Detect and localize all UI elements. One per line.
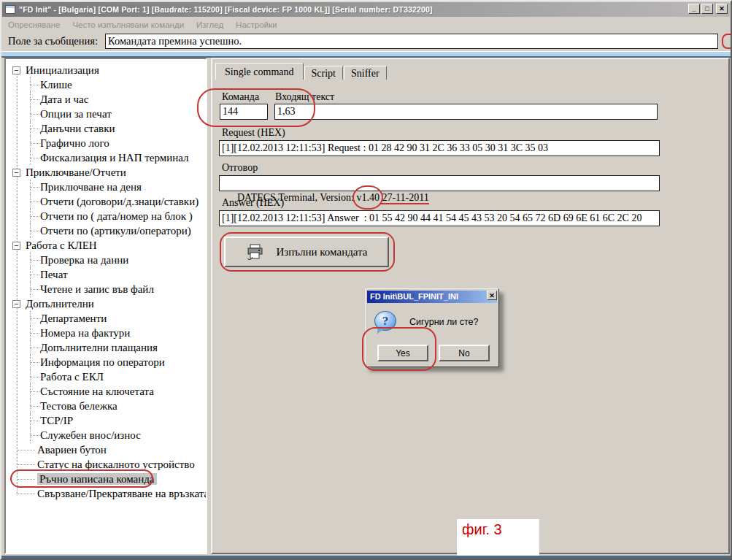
command-label: Команда xyxy=(222,91,259,103)
tree-item-label: Допълнителни плащания xyxy=(40,342,158,353)
tab-script[interactable]: Script xyxy=(304,66,343,80)
tree-collapse-icon[interactable] xyxy=(12,169,20,177)
menu-bar: Опресняване Често изпълнявани команди Из… xyxy=(2,18,730,31)
tree-item-label: Фискализация и НАП терминал xyxy=(40,152,189,164)
tree-item-label: Приключване на деня xyxy=(40,181,142,193)
tree-item-10[interactable]: Отчети (договори/д.знаци/ставки) xyxy=(6,194,206,209)
tree-item-16[interactable]: Четене и запис във файл xyxy=(6,282,206,296)
tree-item-label: Информация по оператори xyxy=(40,356,165,368)
tree-item-19[interactable]: Номера на фактури xyxy=(6,326,206,340)
tree-item-label: Свързване/Прекратяване на връзката xyxy=(37,488,207,499)
tree-item-21[interactable]: Информация по оператори xyxy=(6,355,206,369)
tree-item-1[interactable]: Инициализация xyxy=(6,63,206,77)
tree-item-label: Отчети (договори/д.знаци/ставки) xyxy=(40,196,199,207)
maximize-button[interactable]: □ xyxy=(701,4,713,14)
menu-settings[interactable]: Настройки xyxy=(236,20,277,29)
tree-item-15[interactable]: Печат xyxy=(6,267,206,282)
tree-item-label: Ръчно написана команда xyxy=(37,473,157,485)
tree-collapse-icon[interactable] xyxy=(12,242,20,250)
tree-item-28[interactable]: Статус на фискалното устройство xyxy=(6,457,206,472)
tab-sniffer[interactable]: Sniffer xyxy=(344,66,387,80)
separator-line xyxy=(1,51,731,58)
tree-item-label: Приключване/Отчети xyxy=(26,166,126,178)
tree-item-20[interactable]: Допълнителни плащания xyxy=(6,340,206,355)
tree-item-label: Отчети по (артикули/оператори) xyxy=(40,225,191,237)
tree-item-22[interactable]: Работа с ЕКЛ xyxy=(6,369,206,384)
close-button[interactable]: ✕ xyxy=(716,4,728,14)
tree-item-label: Четене и запис във файл xyxy=(40,283,154,295)
application-window: "FD Init" - [Bulgaria] [COM Port: 1] [Ba… xyxy=(0,0,732,560)
question-icon: ? xyxy=(374,311,396,331)
execute-command-label: Изпълни командата xyxy=(277,246,368,258)
dialog-title-bar: FD Init\BUL_FPINIT_INI xyxy=(367,291,497,303)
confirmation-dialog: FD Init\BUL_FPINIT_INI ✕ ? Сигурни ли ст… xyxy=(365,288,499,367)
dialog-close-button[interactable]: ✕ xyxy=(487,291,497,300)
tree-item-label: Департаменти xyxy=(40,312,107,324)
tree-item-5[interactable]: Данъчни ставки xyxy=(6,121,206,136)
yes-button[interactable]: Yes xyxy=(377,345,428,361)
printer-icon xyxy=(246,244,265,261)
tree-item-8[interactable]: Приключване/Отчети xyxy=(6,165,206,180)
tree-item-29[interactable]: Ръчно написана команда xyxy=(6,472,206,486)
menu-frequent-commands[interactable]: Често изпълнявани команди xyxy=(72,20,184,29)
tree-item-6[interactable]: Графично лого xyxy=(6,136,206,150)
tree-item-24[interactable]: Тестова бележка xyxy=(6,399,206,413)
title-bar: "FD Init" - [Bulgaria] [COM Port: 1] [Ba… xyxy=(2,2,730,17)
tree-item-17[interactable]: Допълнителни xyxy=(6,296,206,311)
app-icon xyxy=(5,5,15,14)
tree-collapse-icon[interactable] xyxy=(12,66,20,74)
tree-item-label: Клише xyxy=(40,79,72,91)
response-label: Отговор xyxy=(222,162,258,174)
tree-item-label: Състояние на ключетата xyxy=(40,386,154,397)
message-field-label: Поле за съобщения: xyxy=(8,35,98,47)
tree-item-2[interactable]: Клише xyxy=(6,77,206,92)
tree-item-label: Тестова бележка xyxy=(40,400,117,412)
tree-item-13[interactable]: Работа с КЛЕН xyxy=(6,238,206,253)
message-field[interactable]: Командата премина успешно. xyxy=(105,34,718,49)
tree-item-25[interactable]: TCP/IP xyxy=(6,413,206,428)
tree-item-label: Инициализация xyxy=(26,64,99,76)
tree-item-18[interactable]: Департаменти xyxy=(6,311,206,326)
response-version: v1.40 xyxy=(356,192,380,203)
tree-item-label: Работа с КЛЕН xyxy=(26,239,97,251)
input-text-input[interactable]: 1,63 xyxy=(274,104,658,120)
tree-item-9[interactable]: Приключване на деня xyxy=(6,180,206,194)
tree-item-26[interactable]: Служебен внос/износ xyxy=(6,428,206,442)
request-hex-label: Request (HEX) xyxy=(222,127,285,139)
tree-collapse-icon[interactable] xyxy=(12,300,20,308)
tree-item-14[interactable]: Проверка на данни xyxy=(6,253,206,267)
tree-item-7[interactable]: Фискализация и НАП терминал xyxy=(6,150,206,165)
tab-single-command[interactable]: Single command xyxy=(215,63,304,80)
tree-item-30[interactable]: Свързване/Прекратяване на връзката xyxy=(6,486,206,501)
answer-hex-label: Answer (HEX) xyxy=(222,197,284,209)
minimize-button[interactable]: _ xyxy=(688,4,700,14)
window-bottom-edge xyxy=(1,556,731,559)
execute-command-button[interactable]: Изпълни командата xyxy=(224,237,389,267)
tree-item-4[interactable]: Опции за печат xyxy=(6,107,206,121)
response-date: 27-11-2011 xyxy=(380,192,429,204)
tree-item-label: Служебен внос/износ xyxy=(40,429,141,441)
menu-refresh[interactable]: Опресняване xyxy=(8,20,60,29)
request-hex-field[interactable]: [1][12.02.2013 12:11:53] Request : 01 28… xyxy=(219,140,660,156)
tree-item-3[interactable]: Дата и час xyxy=(6,92,206,107)
tree-item-12[interactable]: Отчети по (артикули/оператори) xyxy=(6,223,206,238)
dialog-title: FD Init\BUL_FPINIT_INI xyxy=(370,292,458,301)
tree-item-label: Статус на фискалното устройство xyxy=(37,459,195,470)
command-input[interactable]: 144 xyxy=(220,104,268,120)
tree-item-label: Печат xyxy=(40,269,68,280)
tab-strip: Single command Script Sniffer xyxy=(215,62,388,80)
no-button[interactable]: No xyxy=(439,345,490,361)
annotation-oval-clipped xyxy=(722,34,732,49)
menu-view[interactable]: Изглед xyxy=(196,20,223,29)
tree-item-11[interactable]: Отчети по ( дата/номер на блок ) xyxy=(6,209,206,223)
tree-item-label: Работа с ЕКЛ xyxy=(40,371,104,383)
tree-item-label: Данъчни ставки xyxy=(40,123,115,134)
response-field[interactable]: DATECS Terminal, Version: v1.40 27-11-20… xyxy=(219,175,660,191)
tree-item-label: TCP/IP xyxy=(40,415,73,426)
answer-hex-field[interactable]: [1][12.02.2013 12:11:53] Answer : 01 55 … xyxy=(219,210,660,226)
tree-item-label: Номера на фактури xyxy=(40,327,130,339)
tree-item-label: Допълнителни xyxy=(26,298,94,310)
tree-item-23[interactable]: Състояние на ключетата xyxy=(6,384,206,399)
tree-item-27[interactable]: Авариен бутон xyxy=(6,442,206,457)
tree-item-label: Дата и час xyxy=(40,93,88,105)
